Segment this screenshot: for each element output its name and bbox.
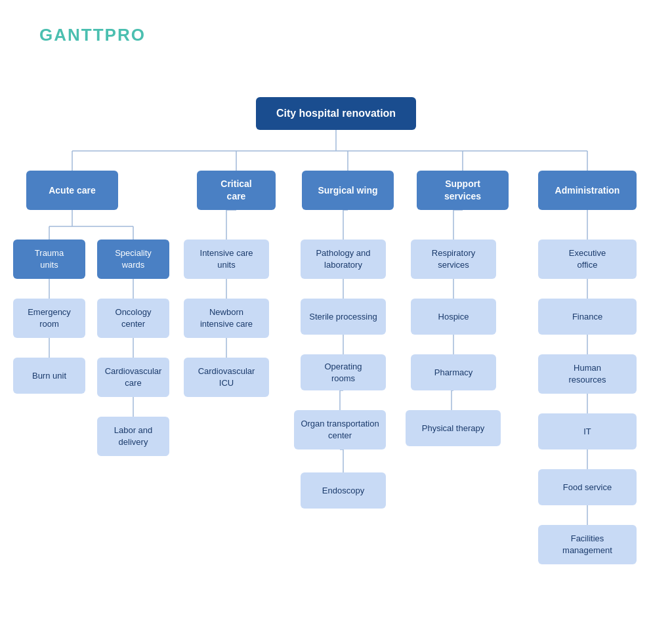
node-finance: Finance bbox=[538, 299, 637, 335]
node-endoscopy: Endoscopy bbox=[301, 472, 386, 509]
node-newborn-intensive-care: Newborn intensive care bbox=[184, 299, 269, 338]
level1-surgical-wing: Surgical wing bbox=[302, 171, 394, 210]
node-human-resources: Human resources bbox=[538, 354, 637, 394]
node-burn-unit: Burn unit bbox=[13, 358, 85, 394]
node-trauma-units: Trauma units bbox=[13, 240, 85, 279]
node-labor-delivery: Labor and delivery bbox=[97, 417, 169, 456]
node-food-service: Food service bbox=[538, 469, 637, 505]
node-pathology-laboratory: Pathology and laboratory bbox=[301, 240, 386, 279]
node-oncology-center: Oncology center bbox=[97, 299, 169, 338]
node-pharmacy: Pharmacy bbox=[411, 354, 496, 390]
level1-administration: Administration bbox=[538, 171, 637, 210]
node-cardiovascular-care: Cardiovascular care bbox=[97, 358, 169, 397]
level1-acute-care: Acute care bbox=[26, 171, 118, 210]
org-chart: City hospital renovation Acute care Crit… bbox=[0, 0, 672, 39]
node-executive-office: Executive office bbox=[538, 240, 637, 279]
node-cardiovascular-icu: Cardiovascular ICU bbox=[184, 358, 269, 397]
node-sterile-processing: Sterile processing bbox=[301, 299, 386, 335]
node-operating-rooms: Operating rooms bbox=[301, 354, 386, 390]
node-hospice: Hospice bbox=[411, 299, 496, 335]
node-respiratory-services: Respiratory services bbox=[411, 240, 496, 279]
root-node: City hospital renovation bbox=[256, 97, 416, 130]
level1-support-services: Support services bbox=[417, 171, 509, 210]
node-physical-therapy: Physical therapy bbox=[406, 410, 501, 446]
node-intensive-care-units: Intensive care units bbox=[184, 240, 269, 279]
node-it: IT bbox=[538, 413, 637, 449]
level1-critical-care: Critical care bbox=[197, 171, 276, 210]
node-emergency-room: Emergency room bbox=[13, 299, 85, 338]
node-speciality-wards: Speciality wards bbox=[97, 240, 169, 279]
node-organ-transportation: Organ transportation center bbox=[294, 410, 386, 449]
node-facilities-management: Facilities management bbox=[538, 525, 637, 564]
